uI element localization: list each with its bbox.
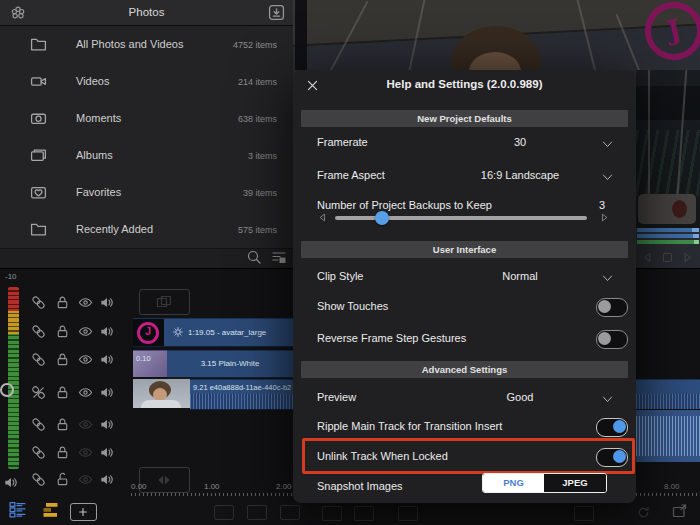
audio-meter-bar [637,234,699,238]
link-icon[interactable] [31,445,46,460]
step-forward-icon[interactable] [681,251,694,264]
step-back-icon[interactable] [641,251,654,264]
timeline-tool-icon[interactable] [322,506,342,521]
eye-icon[interactable] [78,352,93,367]
clip-plain-white[interactable]: 3.15 Plain-White [167,350,293,378]
speaker-icon[interactable] [99,295,114,310]
list-item-count: 4752 items [233,40,277,50]
row-label: Clip Style [317,270,363,282]
timeline-layers-icon[interactable] [41,502,60,518]
list-item-albums[interactable]: Albums 3 items [0,137,293,175]
eye-icon[interactable] [78,445,93,460]
row-label: Snapshot Images [317,480,403,492]
video-camera-icon [30,73,47,90]
master-speaker-icon[interactable] [3,475,18,490]
list-item-count: 575 items [238,225,277,235]
magenta-j-logo-small: J [137,322,159,344]
eye-icon[interactable] [78,295,93,310]
audio-waveform [636,394,700,409]
chevron-down-icon[interactable] [601,138,614,151]
play-icon[interactable] [661,251,674,264]
list-item-label: Albums [76,149,113,161]
framerate-row[interactable]: Framerate 30 [293,133,636,153]
clip-style-row[interactable]: Clip Style Normal [293,267,636,287]
timeline-tool-icon[interactable] [398,506,418,521]
timeline-tool-icon[interactable] [214,505,234,520]
lock-icon[interactable] [55,324,70,339]
show-touches-toggle[interactable] [596,298,628,317]
ripple-toggle[interactable] [596,418,628,437]
clip-uuid-video[interactable]: 9.21 e40a888d-11ae-440c-b2 [190,379,293,410]
audio-waveform [636,416,700,456]
timeline-tool-icon[interactable] [574,506,594,521]
display-options-icon[interactable] [271,249,287,265]
slider-track[interactable] [335,216,587,220]
speaker-icon[interactable] [99,417,114,432]
clip-continuation[interactable] [636,379,700,409]
meter-knob[interactable] [0,383,14,397]
list-item-favorites[interactable]: Favorites 39 items [0,174,293,212]
list-item-label: Videos [76,75,109,87]
segment-png[interactable]: PNG [483,474,544,492]
reverse-gestures-toggle[interactable] [596,330,628,349]
stepper-decrement-icon[interactable] [317,212,328,223]
speaker-icon[interactable] [99,352,114,367]
add-clip-button[interactable] [70,503,97,521]
segment-jpeg[interactable]: JPEG [544,474,606,492]
plus-icon [77,506,89,518]
eye-icon[interactable] [78,417,93,432]
photos-library-panel: Photos All Photos and Videos 4752 items … [0,0,293,268]
link-icon[interactable] [31,324,46,339]
section-user-interface: User Interface [301,241,628,258]
lock-open-icon[interactable] [55,472,70,487]
list-item-moments[interactable]: Moments 638 items [0,100,293,138]
chevron-down-icon[interactable] [601,272,614,285]
list-item-recently-added[interactable]: Recently Added 575 items [0,211,293,249]
lock-icon[interactable] [55,295,70,310]
link-icon[interactable] [31,417,46,432]
clip-avatar-large[interactable]: J 1:19.05 - avatar_large [133,318,293,347]
link-icon[interactable] [31,295,46,310]
timeline-tool-icon[interactable] [247,505,267,520]
import-download-icon[interactable] [268,4,285,21]
audio-clip-continuation[interactable] [636,410,700,462]
chevron-down-icon[interactable] [601,393,614,406]
eye-icon[interactable] [78,472,93,487]
timeline-tool-icon[interactable] [354,506,374,521]
stepper-increment-icon[interactable] [599,212,610,223]
source-clip-list-icon[interactable] [8,501,27,518]
speaker-icon[interactable] [99,385,114,400]
ruler-label: 0.00 [131,482,147,491]
import-to-library-icon[interactable] [671,503,688,519]
list-item-all-photos[interactable]: All Photos and Videos 4752 items [0,26,293,64]
slider-thumb[interactable] [375,211,389,225]
ruler-ticks[interactable] [636,493,700,496]
clip-title-head[interactable]: 0.10 [133,350,167,377]
row-value: Good [420,391,620,403]
clip-video-thumb[interactable] [133,379,190,408]
preview-quality-row[interactable]: Preview Good [293,388,636,408]
link-icon[interactable] [31,352,46,367]
search-icon[interactable] [246,249,262,265]
unlink-icon[interactable] [31,385,46,400]
speaker-icon[interactable] [99,472,114,487]
lock-icon[interactable] [55,385,70,400]
link-icon[interactable] [31,472,46,487]
lock-icon[interactable] [55,445,70,460]
list-item-count: 214 items [238,77,277,87]
eye-icon[interactable] [78,385,93,400]
frame-aspect-row[interactable]: Frame Aspect 16:9 Landscape [293,166,636,186]
lock-icon[interactable] [55,352,70,367]
lock-icon[interactable] [55,417,70,432]
overlay-track-placeholder[interactable] [139,289,190,315]
red-highlight-box [302,438,635,474]
chevron-down-icon[interactable] [601,171,614,184]
speaker-icon[interactable] [99,324,114,339]
list-item-videos[interactable]: Videos 214 items [0,63,293,101]
speaker-icon[interactable] [99,445,114,460]
timeline-tool-icon[interactable] [280,505,300,520]
ruler-ticks[interactable] [131,493,295,496]
ruler-label: 1.00 [204,482,220,491]
eye-icon[interactable] [78,324,93,339]
redo-icon[interactable] [636,505,651,520]
